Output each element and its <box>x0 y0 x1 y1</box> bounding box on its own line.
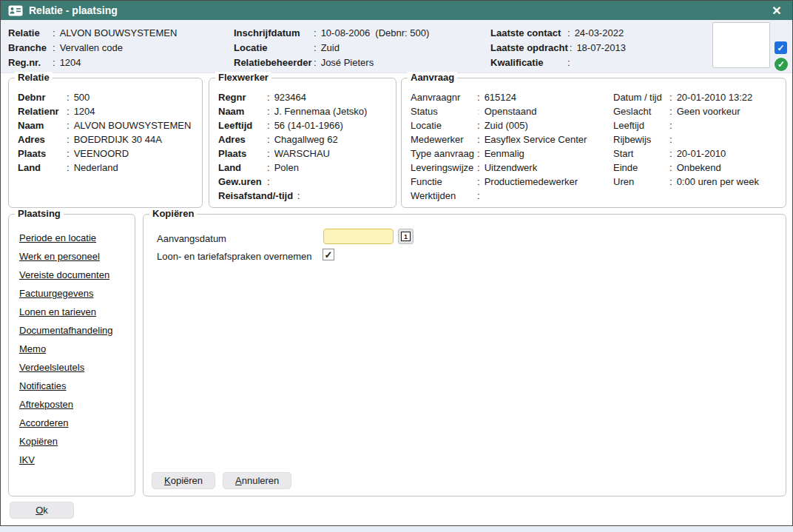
info-row-value: Onbekend <box>677 162 721 173</box>
sidebar-link[interactable]: Accorderen <box>19 417 68 428</box>
info-row-label: Naam <box>218 104 266 118</box>
info-row-separator: : <box>669 147 672 161</box>
sidebar-link-row: Verdeelsleutels <box>19 362 112 380</box>
kopieren-button[interactable]: Kopiëren <box>152 472 215 489</box>
info-row-value: Uitzendwerk <box>485 162 538 173</box>
info-row: Gew.uren: <box>218 175 367 189</box>
info-row-label: Inschrijfdatum <box>234 26 312 41</box>
flexwerker-groupbox-title: Flexwerker <box>215 72 271 83</box>
info-row: Start:20-01-2010 <box>613 147 759 161</box>
info-row-label: Laatste opdracht <box>490 41 568 55</box>
sidebar-link[interactable]: IKV <box>19 454 35 465</box>
info-row-label: Relatie <box>8 26 51 41</box>
info-row-separator: : <box>477 90 480 104</box>
info-row-value: ALVON BOUWSYSTEMEN <box>60 27 178 38</box>
info-row-label: Plaats <box>218 147 266 161</box>
sidebar-link[interactable]: Factuurgegevens <box>19 288 93 299</box>
info-row: Werktijden: <box>411 189 587 203</box>
info-row-value: 1204 <box>60 57 81 68</box>
info-row-separator: : <box>669 175 672 189</box>
flexwerker-groupbox: Flexwerker Regnr:923464Naam:J. Fennemaa … <box>209 78 396 208</box>
main-content: Relatie Debnr:500Relatienr:1204Naam:ALVO… <box>1 73 792 525</box>
info-row: Datum / tijd:20-01-2010 13:22 <box>613 90 759 104</box>
aanvraag-groupbox: Aanvraag Aanvraagnr:615124Status:Opensta… <box>401 78 786 208</box>
sidebar-link[interactable]: Werk en personeel <box>19 251 100 262</box>
sidebar-link-row: Factuurgegevens <box>19 288 112 306</box>
sidebar-link[interactable]: Periode en locatie <box>19 232 96 243</box>
info-row: Kwalificatie: <box>490 55 626 70</box>
ok-button[interactable]: Ok <box>10 502 74 519</box>
info-row-label: Start <box>613 147 668 161</box>
sidebar-link[interactable]: Memo <box>19 343 46 354</box>
sidebar-link-row: Periode en locatie <box>19 232 112 251</box>
contact-card-icon <box>8 5 23 16</box>
info-row-label: Laatste contact <box>490 26 566 41</box>
header-column-registration: Inschrijfdatum:10-08-2006 (Debnr: 500)Lo… <box>234 26 429 70</box>
info-row-value: Chagallweg 62 <box>274 134 338 145</box>
header-checkbox[interactable]: ✓ <box>775 41 787 54</box>
info-row-label: Naam <box>18 118 65 132</box>
header-column-relation: Relatie:ALVON BOUWSYSTEMENBranche:Verval… <box>8 26 177 70</box>
info-row-value: 56 (14-01-1966) <box>274 120 343 131</box>
info-row-separator: : <box>297 189 300 203</box>
info-row-separator: : <box>267 132 270 147</box>
info-row-label: Leeftijd <box>613 118 668 132</box>
sidebar-link-row: Memo <box>19 343 112 362</box>
info-row-value: Polen <box>274 162 299 173</box>
info-row-value: 20-01-2010 <box>677 148 726 159</box>
flexwerker-rows: Regnr:923464Naam:J. Fennemaa (Jetsko)Lee… <box>218 90 367 203</box>
kopieren-groupbox: Kopiëren Aanvangsdatum 1 Loon- en tarief… <box>143 214 786 496</box>
info-row-separator: : <box>477 118 480 132</box>
sidebar-link[interactable]: Lonen en tarieven <box>19 306 96 317</box>
info-row-value: Nederland <box>74 162 118 173</box>
close-icon[interactable]: ✕ <box>769 2 785 18</box>
sidebar-link[interactable]: Kopiëren <box>19 436 58 447</box>
info-row-label: Branche <box>8 41 51 55</box>
aanvangsdatum-input[interactable] <box>323 229 394 244</box>
info-row-separator: : <box>267 118 270 132</box>
info-row-label: Functie <box>411 175 476 189</box>
aanvraag-right-rows: Datum / tijd:20-01-2010 13:22Geslacht:Ge… <box>613 90 759 189</box>
info-row-value: 500 <box>74 92 90 103</box>
info-row-label: Regnr <box>218 90 266 104</box>
plaatsing-nav-links: Periode en locatieWerk en personeelVerei… <box>19 232 112 473</box>
info-row-label: Kwalificatie <box>490 55 566 70</box>
info-row-separator: : <box>53 41 55 55</box>
info-row-label: Aanvraagnr <box>411 90 476 104</box>
aanvraag-groupbox-title: Aanvraag <box>408 72 457 83</box>
aanvraag-left-rows: Aanvraagnr:615124Status:OpenstaandLocati… <box>411 90 587 203</box>
info-row: Plaats:WARSCHAU <box>218 147 367 161</box>
sidebar-link-row: Aftrekposten <box>19 399 112 417</box>
info-row: Leeftijd:56 (14-01-1966) <box>218 118 367 132</box>
info-row-label: Gew.uren <box>218 175 266 189</box>
sidebar-link[interactable]: Verdeelsleutels <box>19 362 84 373</box>
info-row-value: Zuid (005) <box>485 120 528 131</box>
info-row-label: Locatie <box>234 41 312 55</box>
info-row: Aanvraagnr:615124 <box>411 90 587 104</box>
info-row-label: Einde <box>613 161 668 175</box>
header-column-activity: Laatste contact:24-03-2022Laatste opdrac… <box>490 26 626 70</box>
overnemen-checkbox[interactable]: ✓ <box>323 249 334 260</box>
calendar-button[interactable]: 1 <box>398 229 414 244</box>
plaatsing-groupbox-title: Plaatsing <box>15 208 64 219</box>
sidebar-link-row: IKV <box>19 454 112 473</box>
kopieren-groupbox-title: Kopiëren <box>149 208 197 219</box>
info-row: Rijbewijs: <box>613 132 759 147</box>
info-row-separator: : <box>669 104 672 118</box>
sidebar-link-row: Lonen en tarieven <box>19 306 112 325</box>
info-row: Status:Openstaand <box>411 104 587 118</box>
info-row: Leeftijd: <box>613 118 759 132</box>
sidebar-link[interactable]: Aftrekposten <box>19 399 73 410</box>
sidebar-link[interactable]: Vereiste documenten <box>19 269 109 280</box>
info-row: Land:Polen <box>218 161 367 175</box>
info-row-value: 10-08-2006 (Debnr: 500) <box>321 27 430 38</box>
calendar-day-icon: 1 <box>401 232 411 241</box>
sidebar-link[interactable]: Notificaties <box>19 380 67 391</box>
sidebar-link[interactable]: Documentafhandeling <box>19 325 112 336</box>
info-row: Naam:J. Fennemaa (Jetsko) <box>218 104 367 118</box>
info-row-separator: : <box>567 55 570 70</box>
annuleren-button[interactable]: Annuleren <box>223 472 291 489</box>
info-row-label: Medewerker <box>411 132 476 147</box>
info-row-label: Leveringswijze <box>411 161 476 175</box>
info-row: Reg.nr.:1204 <box>8 55 177 70</box>
